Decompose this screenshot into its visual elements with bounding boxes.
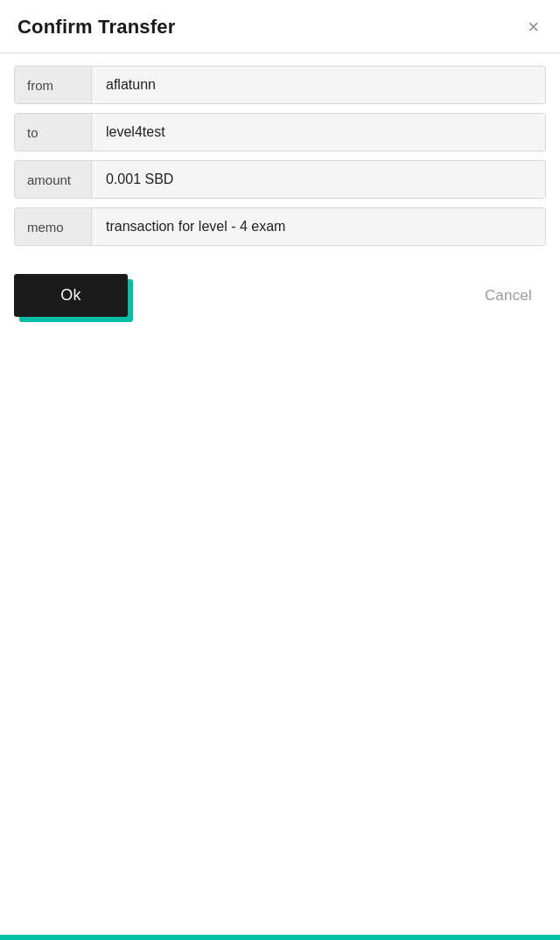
to-field-row: to level4test [14, 113, 546, 151]
from-field-row: from aflatunn [14, 66, 546, 104]
from-label: from [15, 67, 92, 103]
dialog-title: Confirm Transfer [18, 16, 175, 39]
ok-button-wrapper: Ok [14, 274, 128, 317]
ok-button[interactable]: Ok [14, 274, 128, 317]
amount-value: 0.001 SBD [92, 161, 545, 198]
to-label: to [15, 114, 92, 151]
from-value: aflatunn [92, 67, 545, 103]
confirm-transfer-dialog: Confirm Transfer × from aflatunn to leve… [0, 0, 560, 940]
dialog-header: Confirm Transfer × [0, 0, 560, 53]
close-button[interactable]: × [524, 14, 542, 40]
fields-container: from aflatunn to level4test amount 0.001… [0, 66, 560, 255]
amount-label: amount [15, 161, 92, 198]
memo-field-row: memo transaction for level - 4 exam [14, 207, 546, 246]
cancel-button[interactable]: Cancel [471, 278, 546, 313]
header-divider [0, 53, 560, 53]
memo-value: transaction for level - 4 exam [92, 208, 545, 245]
to-value: level4test [92, 114, 545, 151]
memo-label: memo [15, 208, 92, 245]
dialog-actions: Ok Cancel [0, 255, 560, 331]
amount-field-row: amount 0.001 SBD [14, 160, 546, 199]
bottom-accent-bar [0, 935, 560, 940]
close-icon: × [528, 18, 539, 37]
